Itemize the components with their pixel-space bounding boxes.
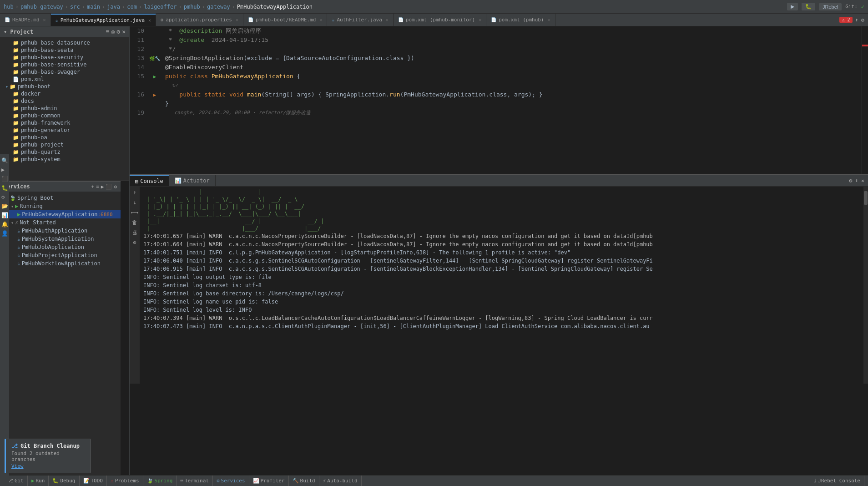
scrollbar-thumb[interactable] (864, 191, 868, 205)
settings-icon[interactable]: ⚙ (861, 17, 864, 23)
tab-pom-pmhub[interactable]: 📄 pom.xml (pmhub) ✕ (486, 14, 555, 26)
tab-readme-close[interactable]: ✕ (43, 17, 46, 22)
settings-icon2[interactable]: ⚙ (116, 28, 120, 35)
tab-gateway-close[interactable]: ✕ (148, 18, 151, 23)
status-terminal[interactable]: ⌨ Terminal (177, 476, 213, 486)
tree-item-datasource[interactable]: 📁 pmhub-base-datasource (0, 39, 129, 46)
console-output[interactable]: __ _ _ __ _ _ |__ _ ___ _ __ |_ _____ | … (140, 187, 863, 384)
collapse-all-icon[interactable]: ≡ (106, 28, 110, 35)
tab-app-props[interactable]: ⚙ application.properties ✕ (156, 14, 243, 26)
debug-button[interactable]: 🐛 (802, 3, 815, 10)
tree-item-docs[interactable]: 📁 docs (0, 97, 129, 105)
scroll-down-icon[interactable]: ↓ (133, 199, 136, 206)
tab-readme[interactable]: 📄 README.md ✕ (0, 14, 51, 26)
svc-app-auth[interactable]: ☕ PmHubAuthApplication (0, 227, 121, 235)
scroll-up-icon[interactable]: ↑ (133, 189, 136, 196)
tab-pmhub-readme-close[interactable]: ✕ (319, 17, 322, 22)
code-content[interactable]: * @description 网关启动程序 * @create 2024-04-… (161, 26, 862, 174)
status-auto-build[interactable]: ⚡ Auto-build (319, 476, 362, 486)
tool-icon-2[interactable]: ▶ (0, 167, 9, 173)
svc-app-system[interactable]: ☕ PmHubSystemApplication (0, 235, 121, 243)
svc-settings-icon[interactable]: ⚙ (114, 184, 117, 190)
status-spring[interactable]: 🍃 Spring (143, 476, 177, 486)
tab-console[interactable]: ▤ Console (130, 175, 169, 186)
tree-item-oa[interactable]: 📁 pmhub-oa (0, 134, 129, 141)
tree-item-security[interactable]: 📁 pmhub-base-security (0, 54, 129, 61)
status-build[interactable]: 🔨 Build (289, 476, 319, 486)
code-editor[interactable]: 10 11 12 13 14 15 16 19 🌿🔧 ▶ ▶ (130, 26, 868, 174)
tool-icon-5[interactable]: 📂 (0, 203, 9, 209)
breadcrumb-main[interactable]: main (87, 4, 100, 10)
status-profiler[interactable]: 📈 Profiler (249, 476, 289, 486)
tree-item-admin[interactable]: 📁 pmhub-admin (0, 105, 129, 112)
breadcrumb-gateway2[interactable]: gateway (207, 4, 230, 10)
expand-icon[interactable]: ⬆ (855, 17, 858, 23)
tab-auth-close[interactable]: ✕ (386, 17, 389, 22)
svc-running-group[interactable]: ▾ ▶ Running (0, 202, 121, 210)
run-button[interactable]: ▶ (787, 3, 798, 10)
svc-app-job[interactable]: ☕ PmHubJobApplication (0, 243, 121, 251)
console-close-icon[interactable]: ✕ (861, 177, 864, 184)
tree-item-docker[interactable]: 📁 docker (0, 90, 129, 97)
close-project-icon[interactable]: ✕ (122, 28, 126, 35)
console-expand-icon[interactable]: ⬆ (855, 177, 858, 184)
status-jrebel[interactable]: J JRebel Console (810, 476, 864, 486)
tree-item-system[interactable]: 📁 pmhub-system (0, 156, 129, 163)
tree-item-quartz[interactable]: 📁 pmhub-quartz (0, 148, 129, 156)
tree-item-pom[interactable]: 📄 pom.xml (0, 76, 129, 83)
tab-pom-pmhub-close[interactable]: ✕ (548, 17, 550, 22)
svc-add-icon[interactable]: + (91, 184, 95, 190)
svc-collapse-icon[interactable]: ≡ (96, 184, 99, 190)
breadcrumb-laigeoffer[interactable]: laigeoffer (144, 4, 177, 10)
svc-app-workflow[interactable]: ☕ PmHubWorkflowApplication (0, 259, 121, 268)
breadcrumb-hub[interactable]: hub (4, 4, 14, 10)
status-problems[interactable]: ⚠ Problems (107, 476, 143, 486)
breadcrumb-pmhub[interactable]: pmhub (184, 4, 200, 10)
tree-item-swagger[interactable]: 📁 pmhub-base-swagger (0, 68, 129, 76)
status-services[interactable]: ⚙ Services (213, 476, 249, 486)
svc-run-all-icon[interactable]: ▶ (101, 184, 104, 190)
tree-item-sensitive[interactable]: 📁 pmhub-base-sensitive (0, 61, 129, 68)
tool-icon-stop[interactable]: ⬛ (0, 176, 9, 182)
tab-pom-monitor-close[interactable]: ✕ (479, 17, 481, 22)
tab-actuator[interactable]: 📊 Actuator (169, 175, 216, 186)
trash-icon[interactable]: ⊘ (133, 239, 136, 246)
locate-icon[interactable]: ◎ (111, 28, 115, 35)
tab-pmhub-readme[interactable]: 📄 pmhub-boot/README.md ✕ (243, 14, 327, 26)
tool-icon-4[interactable]: ⚙ (0, 194, 9, 200)
tab-pom-monitor[interactable]: 📄 pom.xml (pmhub-monitor) ✕ (394, 14, 486, 26)
status-todo[interactable]: 📝 TODO (80, 476, 107, 486)
svc-springboot-group[interactable]: ▾ 🍃 Spring Boot (0, 194, 121, 202)
tree-item-common[interactable]: 📁 pmhub-common (0, 112, 129, 119)
tool-icon-7[interactable]: 🔔 (0, 221, 9, 228)
status-run[interactable]: ▶ Run (28, 476, 49, 486)
svc-app-project[interactable]: ☕ PmHubProjectApplication (0, 251, 121, 259)
status-debug[interactable]: 🐛 Debug (49, 476, 79, 486)
breadcrumb-src[interactable]: src (70, 4, 80, 10)
clear-icon[interactable]: 🗑 (132, 219, 137, 226)
print-icon[interactable]: 🖨 (132, 229, 137, 236)
jrebel-button[interactable]: JRebel (819, 3, 842, 10)
breadcrumb-gateway[interactable]: pmhub-gateway (20, 4, 63, 10)
breadcrumb-class[interactable]: PmHubGatewayApplication (237, 4, 313, 10)
console-settings-icon[interactable]: ⚙ (849, 177, 852, 184)
svc-stop-all-icon[interactable]: ⬛ (106, 184, 112, 190)
console-scrollbar[interactable] (863, 187, 868, 384)
tree-item-framework[interactable]: 📁 pmhub-framework (0, 119, 129, 127)
breadcrumb-com[interactable]: com (127, 4, 137, 10)
tool-icon-3[interactable]: 🐛 (0, 185, 9, 191)
svc-notstarted-group[interactable]: ▾ ✗ Not Started (0, 218, 121, 227)
tree-item-seata[interactable]: 📁 pmhub-base-seata (0, 46, 129, 54)
tab-auth-filter[interactable]: ☕ AuthFilter.java ✕ (327, 14, 393, 26)
wrap-icon[interactable]: ⟵⟶ (131, 209, 138, 216)
breadcrumb-java[interactable]: java (107, 4, 120, 10)
tool-icon-8[interactable]: 👤 (0, 230, 9, 237)
tab-gateway-app[interactable]: ☕ PmHubGatewayApplication.java ✕ (51, 14, 156, 26)
tree-item-boot[interactable]: ▾ 📁 pmhub-boot (0, 83, 129, 90)
tab-props-close[interactable]: ✕ (236, 17, 238, 22)
notification-view-link[interactable]: View (11, 463, 85, 469)
tree-item-generator[interactable]: 📁 pmhub-generator (0, 127, 129, 134)
tool-icon-1[interactable]: 🔍 (0, 157, 9, 164)
svc-app-gateway[interactable]: ▶ PmHubGatewayApplication :6880 (0, 210, 121, 218)
tool-icon-6[interactable]: 📊 (0, 212, 9, 218)
